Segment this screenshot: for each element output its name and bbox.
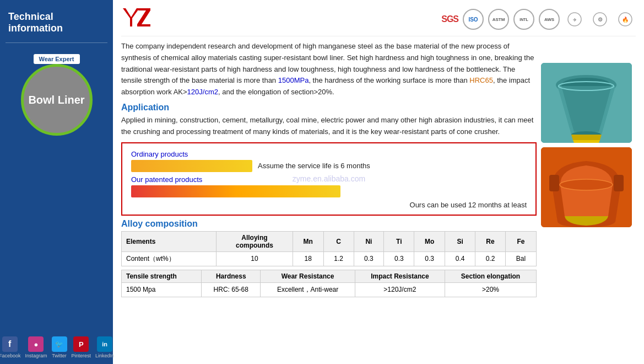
aws-cert: AWS: [539, 9, 560, 30]
twitter-icon[interactable]: 🐦: [52, 336, 67, 352]
props-val-impact: >120J/cm2: [355, 282, 445, 297]
props-col-wear: Wear Resistance: [261, 270, 355, 282]
facebook-icon[interactable]: f: [2, 336, 18, 352]
astm-circle: ASTM: [488, 9, 509, 30]
alloy-col-mo: Mo: [414, 231, 445, 251]
social-item-instagram[interactable]: ● Instagram: [25, 336, 47, 358]
sidebar: Technical information Wear Expert Bowl L…: [0, 0, 113, 364]
cert-misc1: ✈: [564, 9, 585, 30]
patented-bar-row: [131, 185, 527, 197]
ordinary-bar: [131, 160, 252, 172]
alloy-table: Elements Alloyingcompounds Mn C Ni Ti Mo…: [121, 231, 537, 266]
application-title: Application: [121, 103, 537, 113]
svg-rect-15: [549, 175, 559, 191]
props-header-row: Tensile strength Hardness Wear Resistanc…: [122, 270, 537, 282]
props-col-hardness: Hardness: [202, 270, 261, 282]
alloy-val-ni: 0.3: [354, 251, 384, 266]
main-content: SGS ISO ASTM INTL: [113, 0, 644, 364]
astm-cert: ASTM: [488, 9, 509, 30]
alloy-col-ti: Ti: [384, 231, 414, 251]
application-text: Applied in mining, construction, cement,…: [121, 115, 537, 138]
misc1-icon: ✈: [564, 9, 585, 30]
svg-text:🔥: 🔥: [622, 16, 629, 23]
main-content-row: The company independent research and dev…: [121, 41, 636, 358]
social-item-pinterest[interactable]: P Pinterest: [72, 336, 91, 358]
alloy-content-label: Content（wt%）: [122, 251, 217, 266]
alloy-val-re: 0.2: [475, 251, 506, 266]
pinterest-label: Pinterest: [72, 353, 91, 358]
wear-expert-badge: Wear Expert: [34, 54, 80, 64]
logo-area: [121, 6, 154, 33]
left-content: The company independent research and dev…: [121, 41, 537, 358]
social-item-linkedin[interactable]: in LinkedIn: [95, 336, 114, 358]
alloy-val-alloying: 10: [217, 251, 293, 266]
social-row: f Facebook ● Instagram 🐦 Twitter P Pinte…: [0, 336, 114, 358]
props-val-elongation: >20%: [445, 282, 537, 297]
iso-circle: ISO: [463, 9, 484, 30]
svg-rect-16: [614, 175, 624, 191]
props-col-impact: Impact Resistance: [355, 270, 445, 282]
cone-teal-svg: [541, 63, 632, 143]
alloy-col-re: Re: [475, 231, 506, 251]
props-data-row: 1500 Mpa HRC: 65-68 Excellent，Anti-wear …: [122, 282, 537, 297]
cert-icons: SGS ISO ASTM INTL: [441, 9, 636, 30]
alloy-col-c: C: [323, 231, 354, 251]
misc2-icon: ⚙: [589, 9, 610, 30]
social-item-facebook[interactable]: f Facebook: [0, 336, 20, 358]
svg-text:✈: ✈: [573, 18, 577, 23]
properties-table: Tensile strength Hardness Wear Resistanc…: [121, 270, 537, 297]
ordinary-note: Assume the service life is 6 months: [258, 162, 370, 170]
twitter-label: Twitter: [52, 353, 67, 358]
aws-circle: AWS: [539, 9, 560, 30]
alloy-val-si: 0.4: [445, 251, 475, 266]
alloy-data-row: Content（wt%） 10 18 1.2 0.3 0.3 0.3 0.4 0…: [122, 251, 537, 266]
alloy-col-mn: Mn: [293, 231, 323, 251]
link-1500mpa: 1500MPa: [278, 76, 309, 84]
link-120j: 120J/cm2: [187, 88, 218, 96]
sidebar-title: Technical information: [0, 6, 113, 42]
props-col-tensile: Tensile strength: [122, 270, 202, 282]
cone-orange-svg: [541, 147, 632, 227]
props-val-hardness: HRC: 65-68: [202, 282, 261, 297]
product-image-teal: [541, 63, 632, 143]
linkedin-icon[interactable]: in: [97, 336, 112, 352]
right-images: [537, 41, 636, 358]
ordinary-label: Ordinary products: [131, 150, 527, 158]
instagram-icon[interactable]: ●: [28, 336, 44, 352]
patented-note: Ours can be used 12 months at least: [131, 201, 527, 209]
cert-misc3: 🔥: [615, 9, 636, 30]
social-icons: f Facebook ● Instagram 🐦 Twitter P Pinte…: [0, 331, 113, 364]
instagram-label: Instagram: [25, 353, 47, 358]
iso-cert: ISO: [463, 9, 484, 30]
patented-bar: [131, 185, 340, 197]
social-item-twitter[interactable]: 🐦 Twitter: [52, 336, 67, 358]
alloy-val-c: 1.2: [323, 251, 354, 266]
props-val-tensile: 1500 Mpa: [122, 282, 202, 297]
intl-cert: INTL: [513, 9, 534, 30]
body-paragraph: The company independent research and dev…: [121, 41, 537, 98]
svg-text:⚙: ⚙: [598, 17, 603, 23]
props-val-wear: Excellent，Anti-wear: [261, 282, 355, 297]
sidebar-divider: [6, 42, 107, 43]
patented-row: Our patented products: [131, 175, 527, 197]
product-image-orange: [541, 147, 632, 227]
intl-label: INTL: [519, 18, 528, 22]
logo-box: [121, 6, 154, 33]
alloy-val-fe: Bal: [505, 251, 536, 266]
patented-label: Our patented products: [131, 175, 527, 184]
link-hrc65: HRC65: [469, 76, 493, 84]
properties-table-wrapper: Tensile strength Hardness Wear Resistanc…: [121, 270, 537, 297]
yz-logo: [123, 7, 153, 32]
intl-circle: INTL: [513, 9, 534, 30]
bowl-liner-label: Bowl Liner: [28, 93, 84, 106]
ordinary-bar-row: Assume the service life is 6 months: [131, 160, 527, 172]
alloy-section: Alloy composition Elements Alloyingcompo…: [121, 219, 537, 297]
pinterest-icon[interactable]: P: [73, 336, 89, 352]
alloy-col-si: Si: [445, 231, 475, 251]
alloy-col-ni: Ni: [354, 231, 384, 251]
alloy-val-mn: 18: [293, 251, 323, 266]
sgs-cert: SGS: [441, 14, 458, 24]
alloy-header-row: Elements Alloyingcompounds Mn C Ni Ti Mo…: [122, 231, 537, 251]
alloy-title: Alloy composition: [121, 219, 537, 229]
sgs-label: SGS: [441, 14, 458, 24]
